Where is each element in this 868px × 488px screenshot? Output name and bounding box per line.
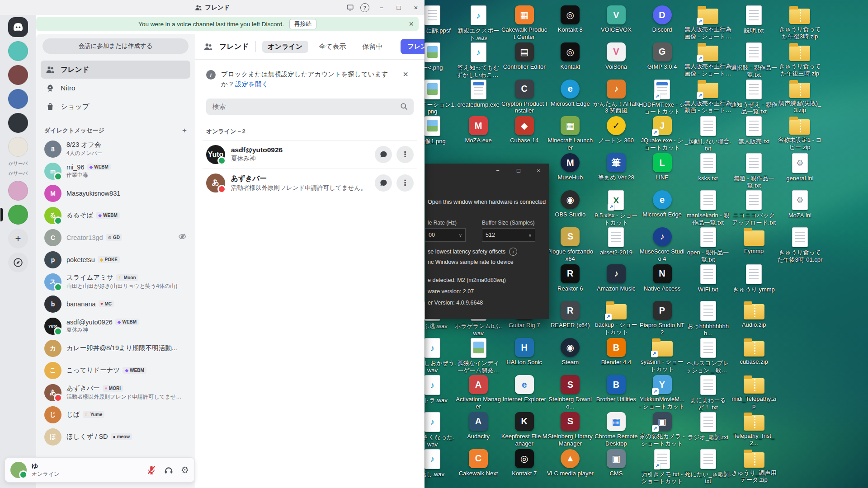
desktop-icon[interactable]: きゅうり食ってた午後3時-01.cpr <box>776 227 823 263</box>
desktop-icon[interactable]: open - 親作品一覧.txt <box>684 227 731 263</box>
desktop-icon[interactable]: ♪新規エクスポート.wav <box>455 5 502 42</box>
desktop-icon[interactable]: ▦Cakewalk Product Center <box>501 5 548 41</box>
sidebar-item-friends[interactable]: フレンド <box>41 61 190 79</box>
friend-row[interactable]: ああずきバー活動者様以外原則フレンド申請許可してません。⋮ <box>203 169 417 197</box>
desktop-icon[interactable]: ⚙MoZA.ini <box>776 190 823 219</box>
desktop-icon[interactable]: AActivation Manager <box>455 375 502 410</box>
desktop-icon[interactable]: ⚙general.ini <box>776 153 823 182</box>
desktop-icon[interactable]: SSteinberg Library Manager <box>547 412 594 447</box>
desktop-icon[interactable]: 説明.txt <box>731 5 778 34</box>
dm-list-item[interactable]: mmi_96◆WEBM作業中毒 <box>41 160 190 182</box>
headphones-icon[interactable] <box>164 465 174 475</box>
explore-servers-button[interactable] <box>8 253 28 272</box>
desktop-icon[interactable]: KKeepforest File Manager <box>501 412 548 447</box>
avatar[interactable]: Yuto <box>206 145 225 164</box>
dm-list-item[interactable]: CCreator13gd⊘GD <box>41 226 190 249</box>
discord-home-button[interactable] <box>8 17 28 37</box>
desktop-icon[interactable]: ♪MuseScore Studio 4 <box>639 227 686 263</box>
desktop-icon[interactable]: LLINE <box>639 153 686 181</box>
desktop-icon[interactable]: ✓ノートン 360 <box>593 116 640 144</box>
desktop-icon[interactable]: 選択肢 - 親作品一覧.txt <box>731 42 778 79</box>
desktop-icon[interactable]: おっhhhhhhhhhh... <box>684 301 731 337</box>
dm-list-item[interactable]: ほほしくず / SD●meow <box>41 426 190 448</box>
server-icon[interactable] <box>8 205 28 225</box>
more-options-button[interactable]: ⋮ <box>396 174 414 192</box>
desktop-icon[interactable]: RReaktor 6 <box>547 264 594 292</box>
sample-rate-dropdown[interactable]: 00 ∨ <box>425 228 466 242</box>
dm-list-item[interactable]: bbananana♥MC <box>41 293 190 315</box>
eye-slash-icon[interactable] <box>178 232 187 243</box>
desktop-icon[interactable]: きゅうり食ってた午後三時.zip <box>776 42 823 77</box>
desktop-icon[interactable]: ◎Kontakt 8 <box>547 5 594 33</box>
desktop-icon[interactable]: 無人販売.txt <box>731 116 778 145</box>
desktop-icon[interactable]: HHALion Sonic <box>501 338 548 366</box>
desktop-icon[interactable]: Y↗YukkunMovieM... - ショートカット <box>639 375 686 410</box>
desktop-icon[interactable]: ↗無人販売不正行為画像 - ショートカッ... <box>684 5 731 40</box>
avatar[interactable]: じ <box>44 406 61 423</box>
desktop-icon[interactable]: ▲VLC media player <box>547 449 594 477</box>
dm-list-item[interactable]: るるるそば◆WEBM <box>41 204 190 226</box>
join-or-create-conversation-button[interactable]: 会話に参加または作成する <box>42 38 189 54</box>
avatar[interactable]: あ <box>206 174 225 192</box>
avatar[interactable]: こ <box>44 362 61 379</box>
desktop-icon[interactable]: ↗無人販売不正行為動画 - ショートカット <box>684 80 731 114</box>
desktop-icon[interactable]: ラジオ_歌詞.txt <box>684 412 731 441</box>
desktop-icon[interactable]: BBrother Utilities <box>593 375 640 403</box>
desktop-icon[interactable]: ◎Kontakt 7 <box>501 449 548 477</box>
desktop-icon[interactable]: Telepathy_Inst_2... <box>731 412 778 447</box>
maximize-button[interactable]: □ <box>390 0 407 15</box>
desktop-icon[interactable]: Fymmp <box>731 227 778 255</box>
desktop-icon[interactable]: GGIMP 3.0.4 <box>639 42 686 70</box>
desktop-icon[interactable]: 無題 - 親作品一覧.txt <box>731 153 778 189</box>
more-options-button[interactable]: ⋮ <box>396 146 414 163</box>
desktop-icon[interactable]: ↗万引きメモ.txt - ショートカット <box>639 449 686 485</box>
desktop-icon[interactable]: ▣CMS <box>593 449 640 477</box>
open-on-connect-option[interactable]: Open this window when hardware is connec… <box>428 199 546 205</box>
latency-offset-option[interactable]: se lowest latency safety offsets i <box>428 248 517 256</box>
help-icon[interactable]: ? <box>360 3 369 12</box>
desktop-icon[interactable]: J↗JQuake.exe - ショートカット <box>639 116 686 151</box>
desktop-icon[interactable]: ♪かんたん！AITalk 3 関西風 <box>593 80 640 115</box>
info-close-icon[interactable]: × <box>403 70 408 79</box>
desktop-icon[interactable]: CCrypton Product Installer <box>501 80 548 115</box>
tab-全て表示[interactable]: 全て表示 <box>313 41 352 53</box>
desktop-icon[interactable]: VVoiSona <box>593 42 640 70</box>
desktop-icon[interactable]: _起動しない場合.txt <box>684 116 731 152</box>
dm-list-item[interactable]: Yutoasdf@yuto0926◆WEBM夏休み神 <box>41 315 190 337</box>
create-dm-icon[interactable]: + <box>182 126 187 135</box>
desktop-icon[interactable]: manisekarin - 親作品一覧.txt <box>684 190 731 226</box>
friend-row[interactable]: Yutoasdf@yuto0926夏休み神⋮ <box>203 140 417 169</box>
minimize-button[interactable]: − <box>373 0 390 15</box>
desktop-icon[interactable]: まにまわーるど！.txt <box>684 375 731 411</box>
desktop-icon[interactable]: きゅうり_調声用データ.zip <box>731 449 778 484</box>
add-friend-button[interactable]: フレンド追加 <box>401 39 425 54</box>
avatar[interactable]: b <box>44 296 61 313</box>
desktop-icon[interactable]: RREAPER (x64) <box>547 301 594 329</box>
desktop-icon[interactable]: midi_Telepathy.zip <box>731 375 778 410</box>
dm-list-item[interactable]: ああずきバー♥MORI活動者様以外原則フレンド申請許可してません。 <box>41 381 190 404</box>
desktop-icon[interactable]: ksks.txt <box>684 153 731 182</box>
desktop-icon[interactable]: ▦Minecraft Launcher <box>547 116 594 151</box>
sidebar-item-nitro[interactable]: Nitro <box>41 79 190 97</box>
avatar[interactable]: M <box>44 185 61 202</box>
avatar[interactable]: る <box>44 207 61 224</box>
avatar[interactable]: m <box>44 163 61 180</box>
add-server-button[interactable]: + <box>8 229 28 249</box>
desktop-icon[interactable]: cubase.zip <box>731 338 778 366</box>
avatar[interactable]: ス <box>44 273 61 291</box>
desktop-icon[interactable]: ↗無人販売不正行為画像 - ショートカット <box>684 42 731 77</box>
desktop-icon[interactable]: ▤Controller Editor <box>501 42 548 70</box>
gear-icon[interactable]: ⚙ <box>181 465 189 474</box>
desktop-icon[interactable]: ニコニコバックアップロード.txt <box>731 190 778 226</box>
desktop-icon[interactable]: Audio.zip <box>731 301 778 328</box>
desktop-icon[interactable]: MMuseHub <box>547 153 594 181</box>
sync-sample-rate-option[interactable]: nc Windows sample rate to device <box>428 259 514 265</box>
desktop-icon[interactable]: NNative Access <box>639 264 686 292</box>
desktop-icon[interactable]: AAudacity <box>455 412 502 440</box>
open-settings-link[interactable]: 設定を開く <box>235 80 268 88</box>
desktop-icon[interactable]: SPlogue sforzando x64 <box>547 227 594 263</box>
banner-close-icon[interactable]: × <box>409 20 414 28</box>
desktop-icon[interactable]: 通知うぜえ - 親作品一覧.txt <box>731 80 778 116</box>
desktop-icon[interactable]: ↗HDDFMT.exe - ショートカット <box>639 80 686 116</box>
desktop-icon[interactable]: きゅうり食ってた午後3時.zip <box>776 5 823 40</box>
